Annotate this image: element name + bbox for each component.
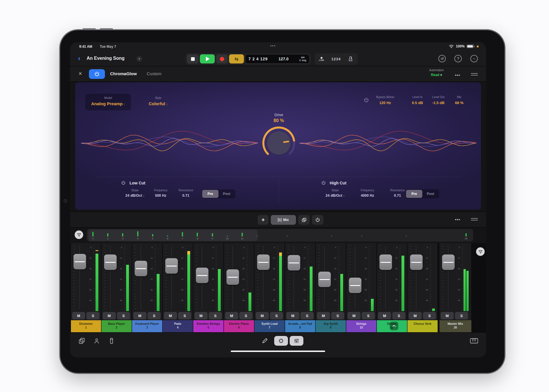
undo-button[interactable]: ↺	[438, 55, 446, 62]
style-selector[interactable]: Style Colorful↕	[140, 94, 177, 110]
home-indicator[interactable]	[231, 351, 325, 352]
track-name-band[interactable]: Master Mix26	[439, 320, 472, 332]
window-handle-icon[interactable]	[471, 73, 478, 75]
strip-filter-icon[interactable]	[476, 247, 485, 256]
link-button[interactable]: LINK	[319, 57, 324, 61]
track-name-band[interactable]: Pads4	[163, 320, 193, 332]
overview-slot[interactable]: 11	[236, 229, 248, 242]
post-button[interactable]: Post	[218, 190, 235, 198]
fader-handle[interactable]	[349, 278, 361, 293]
solo-button[interactable]: S	[331, 312, 344, 319]
mute-button[interactable]: M	[441, 312, 454, 319]
overview-slot[interactable]	[281, 229, 293, 242]
fader-handle[interactable]	[442, 254, 455, 270]
mute-button[interactable]: M	[164, 312, 177, 319]
overview-slot[interactable]: 2	[102, 229, 114, 242]
track-name-band[interactable]: Strings10	[346, 320, 377, 332]
overview-slot[interactable]: 3	[117, 229, 128, 242]
mixer-more-button[interactable]: •••	[455, 217, 460, 222]
mixer-button[interactable]	[290, 336, 303, 346]
pre-button[interactable]: Pre	[406, 190, 422, 198]
mute-button[interactable]: M	[256, 312, 269, 319]
mute-button[interactable]: M	[225, 312, 238, 319]
high-cut-slope[interactable]: Slope 24 dB/Oct↕	[319, 189, 351, 198]
keyboard-button[interactable]	[470, 337, 478, 345]
high-cut-power-icon[interactable]	[321, 180, 326, 185]
solo-button[interactable]: S	[86, 312, 100, 319]
track-name-band[interactable]: Chorus Verb	[407, 320, 438, 332]
overview-slot[interactable]	[371, 229, 382, 242]
solo-button[interactable]: S	[392, 312, 405, 319]
mute-button[interactable]: M	[286, 312, 299, 319]
solo-button[interactable]: S	[178, 312, 191, 319]
fader-handle[interactable]	[379, 254, 392, 270]
overview-slot[interactable]	[431, 229, 442, 242]
solo-button[interactable]: S	[362, 312, 375, 319]
plugin-preset[interactable]: Custom	[147, 71, 162, 76]
play-button[interactable]	[200, 54, 215, 63]
mute-button[interactable]: M	[409, 312, 422, 319]
overview-slot[interactable]: 8	[192, 229, 203, 242]
stop-button[interactable]	[187, 54, 198, 63]
collapse-chevron-button[interactable]	[390, 322, 398, 330]
solo-button[interactable]: S	[239, 312, 252, 319]
mixer-handle-icon[interactable]	[471, 218, 478, 220]
fader-handle[interactable]	[410, 254, 423, 270]
overview-slot[interactable]	[445, 229, 457, 242]
artist-panel-button[interactable]	[92, 337, 101, 345]
fader-handle[interactable]	[104, 254, 117, 270]
low-cut-slope[interactable]: Slope 24 dB/Oct↕	[119, 189, 151, 198]
overview-slot[interactable]	[296, 229, 308, 242]
track-name-band[interactable]: Synth Lead7	[254, 320, 285, 332]
track-name-band[interactable]: Emotion Strings5	[193, 320, 224, 332]
mixer-overview[interactable]: 123456789101126	[87, 229, 473, 242]
track-name-band[interactable]: Electric Piano6	[224, 320, 254, 332]
mute-button[interactable]: M	[133, 312, 146, 319]
overview-slot[interactable]	[311, 229, 323, 242]
overview-slot[interactable]: 26	[460, 229, 472, 242]
plugin-power-button[interactable]	[89, 69, 105, 79]
song-menu-chevron-icon[interactable]: ▾	[136, 56, 142, 62]
model-selector[interactable]: Model Analog Preamp↕	[85, 94, 131, 110]
high-cut-frequency[interactable]: Frequency 4000 Hz	[353, 189, 382, 198]
low-cut-resonance[interactable]: Resonance 0.71	[173, 189, 199, 198]
track-name-band[interactable]: Keyboard Player3	[132, 320, 162, 332]
fader-handle[interactable]	[135, 261, 147, 276]
solo-button[interactable]: S	[423, 312, 436, 319]
mute-button[interactable]: M	[72, 312, 85, 319]
overview-slot[interactable]: 10	[222, 229, 233, 242]
plugin-more-button[interactable]: •••	[455, 73, 460, 77]
overview-slot[interactable]: 7	[177, 229, 188, 242]
hide-button[interactable]: –	[470, 55, 478, 62]
pre-button[interactable]: Pre	[202, 190, 218, 198]
overview-slot[interactable]	[341, 229, 352, 242]
solo-button[interactable]: S	[148, 312, 161, 319]
mix-view-button[interactable]: Mix	[271, 215, 296, 225]
mute-button[interactable]: M	[378, 312, 391, 319]
automation-control[interactable]: Automation Read ▾	[429, 69, 444, 77]
fader-handle[interactable]	[196, 268, 208, 283]
solo-button[interactable]: S	[270, 312, 283, 319]
overview-slot[interactable]	[266, 229, 278, 242]
edit-button[interactable]	[260, 337, 269, 345]
overview-slot[interactable]: 6	[162, 229, 173, 242]
solo-button[interactable]: S	[209, 312, 222, 319]
track-name-band[interactable]: Arp Synth9	[316, 320, 346, 332]
browser-panel-button[interactable]	[77, 337, 86, 345]
overview-slot[interactable]	[356, 229, 367, 242]
close-plugin-button[interactable]: ×	[79, 70, 82, 77]
fader-handle[interactable]	[288, 255, 300, 270]
solo-button[interactable]: S	[117, 312, 130, 319]
solo-button[interactable]: S	[455, 312, 468, 319]
help-button[interactable]: ?	[454, 55, 462, 62]
overview-slot[interactable]	[401, 229, 412, 242]
status-more-icon[interactable]: •••	[270, 44, 276, 48]
duplicate-button[interactable]	[298, 215, 310, 225]
low-cut-power-icon[interactable]	[121, 180, 126, 185]
overview-slot[interactable]	[386, 229, 397, 242]
overview-slot[interactable]	[415, 229, 427, 242]
overview-slot[interactable]: 4	[132, 229, 144, 242]
overview-slot[interactable]: 1	[87, 229, 99, 242]
drive-knob[interactable]	[260, 124, 297, 162]
mute-button[interactable]: M	[194, 312, 208, 319]
